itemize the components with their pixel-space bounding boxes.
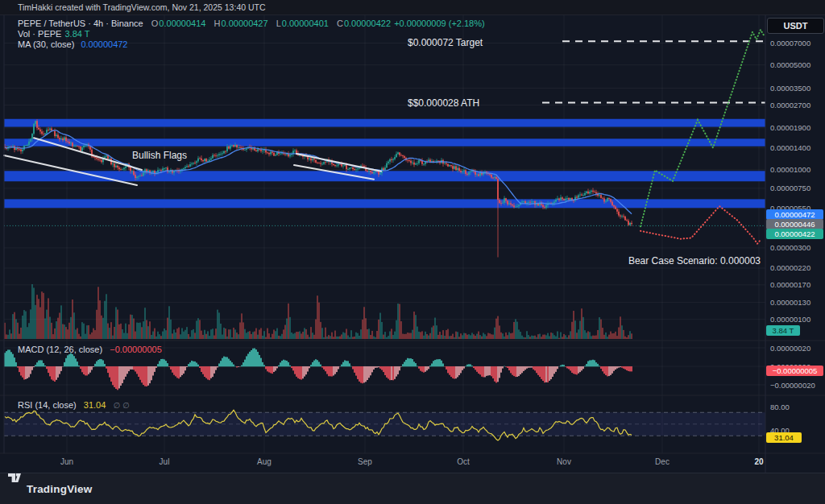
bear-case-annotation[interactable]: Bear Case Scenario: 0.000003 <box>599 255 761 266</box>
macd-tick: −0.00000020 <box>770 381 815 390</box>
price-tick: 0.00001900 <box>770 123 810 132</box>
attribution-bar: TimHakki created with TradingView.com, N… <box>0 0 825 15</box>
symbol-title[interactable]: PEPE / TetherUS · 4h · Binance <box>18 19 143 28</box>
rsi-value: 31.04 <box>84 400 106 410</box>
mid-price-label: 0.00000446 <box>766 219 823 229</box>
macd-label[interactable]: MACD (12, 26, close) <box>18 345 102 354</box>
open-label: O <box>151 19 159 28</box>
last-price-label: 0.00000422 <box>766 229 823 239</box>
low-label: L <box>276 19 281 28</box>
ath-annotation[interactable]: $$0.000028 ATH <box>408 97 479 109</box>
target-annotation[interactable]: $0.000072 Target <box>408 37 483 48</box>
ma-value: 0.00000472 <box>81 39 127 49</box>
time-axis-label-jul[interactable]: Jul <box>147 457 182 466</box>
time-axis-label-dec[interactable]: Dec <box>645 457 680 466</box>
price-tick: 0.00002700 <box>770 101 810 109</box>
ma-legend: MA (30, close) 0.00000472 <box>18 39 128 49</box>
close-label: C <box>337 19 343 28</box>
tradingview-brand-text[interactable]: TradingView <box>27 483 92 495</box>
symbol-legend: PEPE / TetherUS · 4h · Binance O0.000004… <box>18 19 485 28</box>
volume-legend: Vol · PEPE 3.84 T <box>18 29 89 39</box>
ma-label[interactable]: MA (30, close) <box>18 39 74 49</box>
high-value: 0.00000427 <box>221 19 267 28</box>
close-value: 0.00000422 <box>344 19 391 28</box>
macd-value-label: −0.00000005 <box>766 366 823 376</box>
price-tick: 0.00005000 <box>770 60 810 69</box>
price-tick: 0.00000100 <box>770 315 810 324</box>
rsi-hidden-plots-icon[interactable]: ∅ ∅ <box>113 401 129 410</box>
high-label: H <box>214 19 221 28</box>
macd-tick: 0.00000020 <box>770 344 810 353</box>
low-value: 0.00000401 <box>282 19 329 28</box>
price-tick: 0.00001400 <box>770 143 810 152</box>
rsi-value-label: 31.04 <box>766 432 802 443</box>
ma-price-label: 0.00000472 <box>766 209 823 220</box>
price-tick: 0.00000170 <box>770 280 810 289</box>
time-axis-label-jun[interactable]: Jun <box>49 457 85 466</box>
macd-value: −0.00000005 <box>110 345 162 354</box>
price-tick: 0.00000130 <box>770 298 810 307</box>
rsi-label[interactable]: RSI (14, close) <box>18 400 77 410</box>
volume-value: 3.84 T <box>64 29 89 39</box>
bullish-flags-annotation[interactable]: Bullish Flags <box>132 150 187 161</box>
bottom-toolbar: TradingView <box>0 473 825 504</box>
time-axis-label-20[interactable]: 20 <box>741 457 777 466</box>
macd-legend: MACD (12, 26, close) −0.00000005 <box>18 345 162 354</box>
price-tick: 0.00007000 <box>770 39 810 48</box>
price-tick: 0.00003500 <box>770 84 810 93</box>
volume-label[interactable]: Vol · PEPE <box>18 29 61 39</box>
time-axis-label-sep[interactable]: Sep <box>347 457 383 466</box>
tradingview-logo-icon[interactable] <box>8 473 21 483</box>
chart-canvas[interactable] <box>0 0 825 504</box>
currency-toggle-button[interactable]: USDT <box>767 18 824 34</box>
price-tick: 0.00000220 <box>770 263 810 272</box>
price-tick: 0.00001000 <box>770 165 810 174</box>
open-value: 0.00000414 <box>159 19 205 28</box>
tradingview-chart-window: TimHakki created with TradingView.com, N… <box>0 0 825 504</box>
volume-label: 3.84 T <box>766 325 800 336</box>
price-tick: 0.00000300 <box>770 243 810 252</box>
attribution-text: TimHakki created with TradingView.com, N… <box>18 2 266 12</box>
time-axis-label-oct[interactable]: Oct <box>446 457 481 466</box>
change-value: +0.00000009 (+2.18%) <box>394 19 485 28</box>
rsi-legend: RSI (14, close) 31.04 ∅ ∅ <box>18 400 130 410</box>
time-axis-label-nov[interactable]: Nov <box>546 457 582 466</box>
rsi-tick: 80.00 <box>770 403 790 411</box>
price-tick: 0.00000750 <box>770 184 810 192</box>
time-axis-label-aug[interactable]: Aug <box>247 457 282 466</box>
